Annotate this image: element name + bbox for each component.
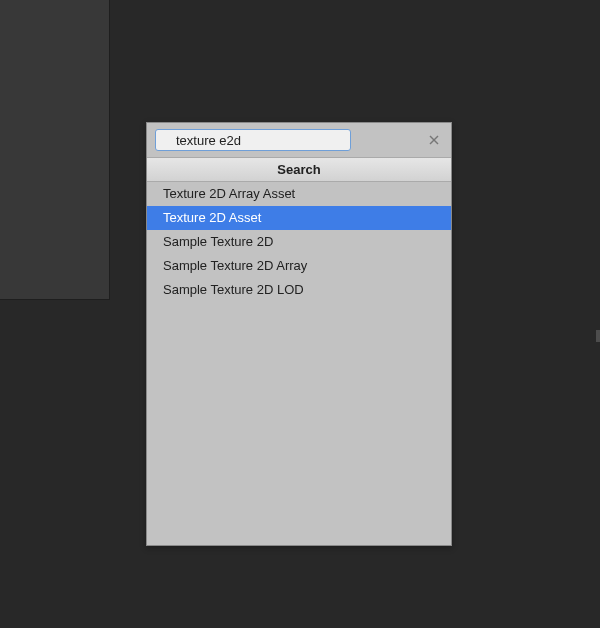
search-input[interactable] <box>155 129 351 151</box>
result-label: Texture 2D Array Asset <box>163 186 295 201</box>
search-results-list[interactable]: Texture 2D Array AssetTexture 2D AssetSa… <box>147 182 451 545</box>
section-title: Search <box>277 162 320 177</box>
search-result-item[interactable]: Sample Texture 2D Array <box>147 254 451 278</box>
result-label: Sample Texture 2D Array <box>163 258 307 273</box>
background-notch-right <box>596 330 600 342</box>
result-label: Sample Texture 2D <box>163 234 273 249</box>
search-result-item[interactable]: Sample Texture 2D <box>147 230 451 254</box>
search-section-header: Search <box>147 157 451 182</box>
result-label: Texture 2D Asset <box>163 210 261 225</box>
clear-search-button[interactable] <box>425 131 443 149</box>
close-icon <box>429 132 439 148</box>
result-label: Sample Texture 2D LOD <box>163 282 304 297</box>
search-field-wrap <box>155 129 419 151</box>
background-panel-left <box>0 0 110 300</box>
search-result-item[interactable]: Sample Texture 2D LOD <box>147 278 451 302</box>
search-bar <box>147 123 451 157</box>
search-result-item[interactable]: Texture 2D Asset <box>147 206 451 230</box>
search-popup: Search Texture 2D Array AssetTexture 2D … <box>146 122 452 546</box>
search-result-item[interactable]: Texture 2D Array Asset <box>147 182 451 206</box>
